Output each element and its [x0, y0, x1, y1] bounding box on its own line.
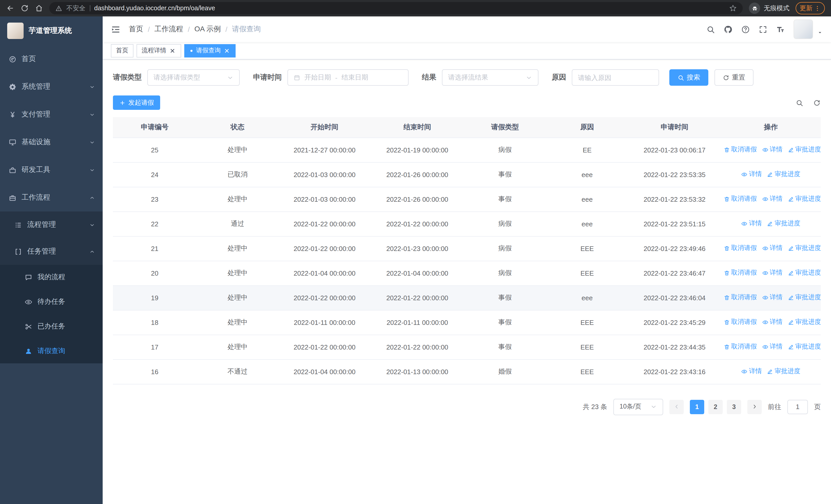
action-progress[interactable]: 审批进度: [767, 367, 800, 376]
action-progress[interactable]: 审批进度: [767, 219, 800, 228]
tab-close-icon[interactable]: [223, 47, 230, 54]
action-detail[interactable]: 详情: [762, 318, 782, 327]
cell-apply_time: 2022-01-22 23:49:46: [628, 236, 721, 261]
incognito-badge: 无痕模式: [749, 3, 790, 14]
font-size-icon[interactable]: [776, 25, 785, 34]
action-progress[interactable]: 审批进度: [787, 318, 821, 327]
action-cancel[interactable]: 取消请假: [723, 195, 757, 204]
goto-page-input[interactable]: [787, 399, 808, 414]
eye-icon: [762, 270, 768, 276]
cell-status: 处理中: [196, 261, 279, 285]
security-label: 不安全: [66, 4, 85, 12]
action-cancel[interactable]: 取消请假: [723, 244, 757, 253]
sidebar-item-payment[interactable]: 支付管理: [0, 100, 103, 128]
breadcrumb-item[interactable]: 首页: [129, 25, 143, 34]
goto-unit: 页: [814, 402, 821, 411]
toggle-search-icon[interactable]: [796, 99, 803, 107]
sidebar-item-home[interactable]: 首页: [0, 45, 103, 73]
browser-menu-dots-icon[interactable]: [814, 5, 821, 11]
action-label: 取消请假: [731, 244, 757, 253]
action-label: 审批进度: [775, 170, 800, 179]
action-progress[interactable]: 审批进度: [787, 343, 821, 351]
sidebar-item-done-tasks[interactable]: 已办任务: [0, 314, 103, 339]
address-bar[interactable]: 不安全 dashboard.yudao.iocoder.cn/bpm/oa/le…: [49, 2, 743, 14]
tab-home[interactable]: 首页: [111, 44, 134, 57]
tags-bar: 首页流程详情请假查询: [103, 42, 831, 60]
action-progress[interactable]: 审批进度: [767, 170, 800, 179]
prev-page-button[interactable]: [669, 399, 684, 414]
tab-label: 请假查询: [196, 46, 221, 55]
action-label: 取消请假: [731, 269, 757, 277]
help-icon[interactable]: [741, 25, 750, 34]
sidebar-item-leave-query[interactable]: 请假查询: [0, 339, 103, 363]
result-select[interactable]: 请选择流结果: [442, 69, 539, 86]
sidebar-item-devtools[interactable]: 研发工具: [0, 156, 103, 184]
cell-start_time: 2022-01-22 00:00:00: [279, 335, 371, 359]
browser-reload-icon[interactable]: [21, 4, 29, 12]
tab-leave-query[interactable]: 请假查询: [184, 44, 236, 57]
sidebar-item-todo-tasks[interactable]: 待办任务: [0, 290, 103, 314]
sidebar-item-task-mgmt[interactable]: 任务管理: [0, 238, 103, 265]
logo[interactable]: 芋道管理系统: [0, 17, 103, 45]
cell-actions: 详情审批进度: [721, 162, 821, 187]
page-button-2[interactable]: 2: [708, 399, 723, 414]
action-detail[interactable]: 详情: [762, 269, 782, 277]
filter-item-leave-type: 请假类型 请选择请假类型: [113, 69, 240, 86]
sidebar-item-system[interactable]: 系统管理: [0, 73, 103, 100]
column-header: 请假类型: [464, 117, 546, 138]
cell-reason: EE: [546, 138, 628, 162]
action-progress[interactable]: 审批进度: [787, 293, 821, 302]
create-leave-button[interactable]: 发起请假: [113, 95, 160, 110]
action-progress[interactable]: 审批进度: [787, 269, 821, 277]
page-button-1[interactable]: 1: [690, 399, 704, 414]
header-search-icon[interactable]: [706, 25, 715, 34]
sidebar-item-process-mgmt[interactable]: 流程管理: [0, 211, 103, 238]
action-progress[interactable]: 审批进度: [787, 244, 821, 253]
bookmark-star-icon[interactable]: [729, 5, 737, 12]
eye-icon: [24, 298, 33, 306]
action-progress[interactable]: 审批进度: [787, 146, 821, 154]
sidebar-item-workflow[interactable]: 工作流程: [0, 184, 103, 211]
breadcrumb-item[interactable]: OA 示例: [195, 25, 221, 34]
next-page-button[interactable]: [747, 399, 762, 414]
browser-home-icon[interactable]: [35, 4, 43, 12]
action-cancel[interactable]: 取消请假: [723, 146, 757, 154]
cell-leave_type: 病假: [464, 261, 546, 285]
action-progress[interactable]: 审批进度: [787, 195, 821, 204]
sidebar-item-my-process[interactable]: 我的流程: [0, 265, 103, 290]
reset-button[interactable]: 重置: [715, 69, 753, 86]
apply-time-range-picker[interactable]: 开始日期 - 结束日期: [287, 69, 408, 86]
action-cancel[interactable]: 取消请假: [723, 293, 757, 302]
action-detail[interactable]: 详情: [741, 219, 762, 228]
search-button[interactable]: 搜索: [669, 69, 708, 86]
user-avatar[interactable]: [794, 20, 813, 39]
tab-close-icon[interactable]: [169, 47, 176, 54]
action-detail[interactable]: 详情: [762, 244, 782, 253]
cell-status: 处理中: [196, 236, 279, 261]
action-detail[interactable]: 详情: [741, 170, 762, 179]
action-detail[interactable]: 详情: [741, 367, 762, 376]
reason-input[interactable]: [572, 69, 659, 86]
action-detail[interactable]: 详情: [762, 293, 782, 302]
action-cancel[interactable]: 取消请假: [723, 318, 757, 327]
page-size-select[interactable]: 10条/页: [613, 398, 663, 415]
tab-process-detail[interactable]: 流程详情: [137, 44, 181, 57]
table-refresh-icon[interactable]: [813, 99, 821, 107]
leave-type-select[interactable]: 请选择请假类型: [147, 69, 240, 86]
action-detail[interactable]: 详情: [762, 146, 782, 154]
browser-back-icon[interactable]: [6, 4, 15, 12]
fullscreen-icon[interactable]: [758, 25, 767, 34]
sidebar-item-infrastructure[interactable]: 基础设施: [0, 128, 103, 156]
avatar-caret-icon[interactable]: [817, 30, 823, 35]
action-cancel[interactable]: 取消请假: [723, 269, 757, 277]
breadcrumb-item[interactable]: 工作流程: [154, 25, 183, 34]
browser-menu-button[interactable]: 更新: [796, 2, 825, 14]
table-row: 20处理中2022-01-04 00:00:002022-01-04 00:00…: [113, 261, 821, 285]
action-cancel[interactable]: 取消请假: [723, 343, 757, 351]
page-button-3[interactable]: 3: [727, 399, 741, 414]
github-icon[interactable]: [724, 25, 733, 34]
action-detail[interactable]: 详情: [762, 343, 782, 351]
sidebar-collapse-icon[interactable]: [111, 24, 121, 34]
scissors-icon: [24, 323, 33, 330]
action-detail[interactable]: 详情: [762, 195, 782, 204]
